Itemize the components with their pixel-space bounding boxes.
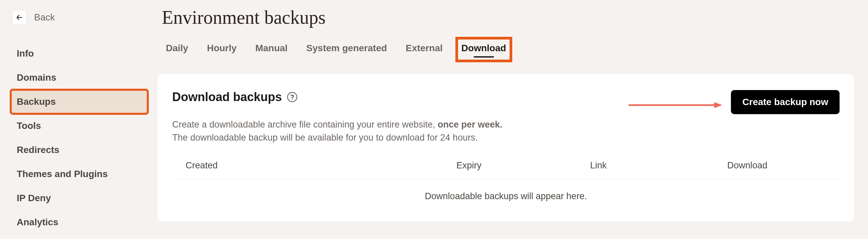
- panel-description: Create a downloadable archive file conta…: [172, 118, 840, 144]
- sidebar: Back Info Domains Backups Tools Redirect…: [0, 0, 154, 239]
- annotation-arrow-icon: [629, 101, 722, 103]
- panel-desc-strong: once per week.: [438, 120, 502, 130]
- page-title: Environment backups: [162, 7, 855, 28]
- sidebar-item-redirects[interactable]: Redirects: [11, 138, 148, 162]
- sidebar-item-label: Info: [17, 48, 34, 59]
- sidebar-item-label: Tools: [17, 121, 41, 131]
- create-backup-button[interactable]: Create backup now: [731, 90, 840, 114]
- sidebar-item-analytics[interactable]: Analytics: [11, 210, 148, 234]
- column-header-expiry: Expiry: [456, 160, 590, 171]
- sidebar-item-info[interactable]: Info: [11, 42, 148, 65]
- tab-label: Hourly: [207, 43, 237, 53]
- tab-system-generated[interactable]: System generated: [306, 43, 387, 56]
- tab-hourly[interactable]: Hourly: [207, 43, 237, 56]
- sidebar-item-label: Redirects: [17, 144, 60, 155]
- sidebar-item-themes-plugins[interactable]: Themes and Plugins: [11, 162, 148, 186]
- sidebar-item-label: Domains: [17, 72, 56, 83]
- back-row: Back: [12, 10, 148, 25]
- tab-label: System generated: [306, 43, 387, 53]
- sidebar-item-ip-deny[interactable]: IP Deny: [11, 186, 148, 210]
- tab-download[interactable]: Download: [461, 43, 506, 56]
- sidebar-item-domains[interactable]: Domains: [11, 65, 148, 90]
- panel-desc-line2: The downloadable backup will be availabl…: [172, 133, 478, 142]
- panel-title: Download backups: [172, 90, 282, 104]
- sidebar-item-backups[interactable]: Backups: [11, 90, 148, 114]
- sidebar-item-label: IP Deny: [17, 193, 51, 203]
- panel-title-row: Download backups ?: [172, 90, 297, 104]
- column-header-created: Created: [186, 160, 456, 171]
- back-button[interactable]: [12, 10, 27, 25]
- tabs: Daily Hourly Manual System generated Ext…: [166, 43, 855, 56]
- column-header-link: Link: [590, 160, 727, 171]
- panel-desc-pre: Create a downloadable archive file conta…: [172, 120, 438, 130]
- main-content: Environment backups Daily Hourly Manual …: [154, 0, 868, 239]
- tab-label: External: [406, 43, 443, 53]
- help-icon[interactable]: ?: [287, 92, 297, 102]
- tab-label: Manual: [255, 43, 287, 53]
- tab-manual[interactable]: Manual: [255, 43, 287, 56]
- tab-label: Daily: [166, 43, 188, 53]
- panel-header: Download backups ? Create backup now: [172, 90, 840, 114]
- create-area: Create backup now: [629, 90, 840, 114]
- sidebar-item-label: Backups: [17, 97, 56, 107]
- sidebar-item-label: Themes and Plugins: [17, 169, 108, 179]
- tab-daily[interactable]: Daily: [166, 43, 188, 56]
- arrow-left-icon: [16, 14, 23, 21]
- sidebar-item-tools[interactable]: Tools: [11, 114, 148, 138]
- column-header-download: Download: [727, 160, 826, 171]
- tab-external[interactable]: External: [406, 43, 443, 56]
- back-label: Back: [34, 12, 55, 23]
- sidebar-item-label: Analytics: [17, 217, 59, 227]
- empty-state: Downloadable backups will appear here.: [172, 179, 840, 202]
- tab-label: Download: [461, 43, 506, 53]
- svg-marker-2: [714, 102, 722, 108]
- sidebar-nav: Info Domains Backups Tools Redirects The…: [11, 42, 148, 234]
- download-backups-panel: Download backups ? Create backup now Cre…: [157, 74, 855, 222]
- table-header: Created Expiry Link Download: [172, 160, 840, 179]
